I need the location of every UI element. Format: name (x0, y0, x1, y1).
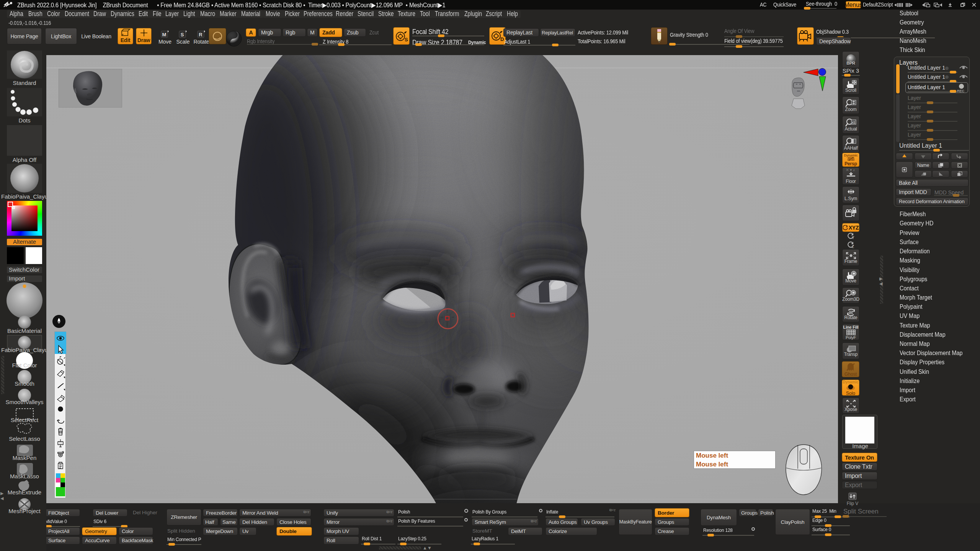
svg-text:FabioPaiva_Clayʊ: FabioPaiva_Clayʊ (1, 193, 46, 200)
svg-text:Import: Import (9, 275, 25, 282)
svg-text:BasicMaterial: BasicMaterial (7, 328, 42, 334)
svg-text:Alternate: Alternate (13, 238, 36, 245)
svg-text:MaskPen: MaskPen (13, 455, 37, 461)
svg-text:S: S (181, 32, 184, 37)
svg-text:SelectLasso: SelectLasso (9, 435, 40, 442)
svg-text:R: R (199, 32, 203, 37)
svg-text:Standard: Standard (13, 80, 36, 86)
svg-text:SwitchColor: SwitchColor (9, 266, 39, 273)
svg-text:Smooth: Smooth (15, 380, 34, 387)
svg-text:MeshProject: MeshProject (8, 508, 41, 514)
svg-text:MeshExtrude: MeshExtrude (8, 489, 41, 496)
svg-text:D: D (500, 36, 504, 42)
svg-text:S: S (405, 37, 408, 42)
svg-text:Alpha Off: Alpha Off (13, 156, 37, 163)
svg-text:Dots: Dots (19, 117, 31, 124)
svg-text:Flat Color: Flat Color (12, 362, 37, 368)
svg-text:SelectRect: SelectRect (11, 417, 39, 423)
svg-text:M: M (162, 32, 167, 37)
svg-text:SmoothValleys: SmoothValleys (6, 399, 44, 405)
svg-text:MaskLasso: MaskLasso (10, 473, 39, 479)
